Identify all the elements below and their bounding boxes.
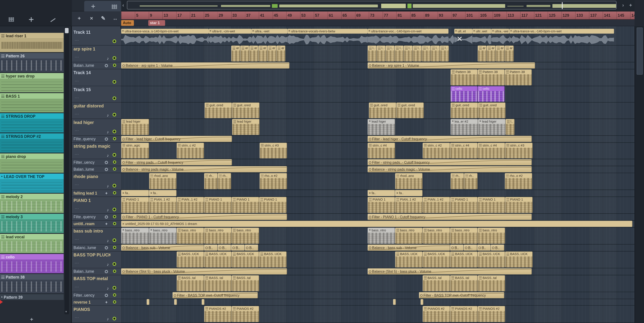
playlist-clip[interactable]: PIANO 1 [259,197,287,213]
picker-item-pattern-26[interactable]: Pattern 26 [0,53,64,59]
track-header-piano-1[interactable]: PIANO 1...♪ [72,197,121,214]
playlist-clip[interactable]: BASS..tal [422,275,450,291]
playlist-clip[interactable]: rho..o #2 [505,173,532,189]
draw-tool-icon[interactable]: ✎ [101,15,106,21]
playlist-clip[interactable]: PIANOS #2 [232,306,259,322]
playlist-clip[interactable]: PIANO 1 [450,197,478,213]
playlist-clip[interactable]: BASS..UCK [422,252,450,268]
playlist-clip[interactable]: PIANO 1 [505,197,533,213]
playlist-clip[interactable] [420,299,424,305]
playlist-clip[interactable]: BASS..UCK [505,252,533,268]
playlist-clip[interactable]: Filter - lead higer - Cutoff frequency [368,136,532,142]
playlist-clip[interactable]: ar.. [505,45,514,62]
picker-scrollbar-thumb[interactable] [65,28,69,33]
playlist-clip[interactable]: B.. [218,245,231,251]
picker-item-pattern-38[interactable]: Pattern 38 [0,274,64,280]
playlist-clip[interactable]: l..3 [440,45,449,62]
playlist-clip[interactable]: rh.. [218,173,231,189]
picker-item-melody-2[interactable]: melody 2 [0,194,64,200]
delete-tool-icon[interactable]: × [90,15,93,21]
track-header-reverse-1[interactable]: reverse 1+ [72,299,121,306]
playlist-clip[interactable]: ×lead higer [478,119,506,135]
playlist-clip[interactable]: PIANO 1 [204,197,232,213]
playlist-clip[interactable]: ar.. [487,45,496,62]
track-mute-led[interactable] [112,153,116,157]
scroll-left-icon[interactable]: ‹ [122,2,124,8]
playlist-clip[interactable]: B.. [477,245,491,251]
playlist-clip[interactable]: Balance (Slot 5) - bass pluck - Volume [121,268,287,275]
playlist-clip[interactable]: ×ultra..-wet [251,29,288,45]
slope-icon[interactable] [50,18,56,22]
playlist-clip[interactable]: l..3 [413,45,422,62]
playlist-clip[interactable]: ×lead higer [368,119,395,135]
playlist-clip[interactable]: Balance (Slot 5) - bass pluck - Volume [368,268,532,275]
track-header-guitar-distored[interactable]: guitar distored...♪ [72,102,121,119]
playlist-clip[interactable]: B.. [245,245,258,251]
playlist-clip[interactable]: PIAN..1 #2 [149,197,177,213]
add-view-icon[interactable]: + [629,2,632,8]
track-header-bass-top-metal[interactable]: BASS TOP metal...♪ [72,275,121,292]
playlist-clip[interactable]: PIANOS #2 [450,306,478,322]
track-header-rhode-piano[interactable]: rhode piano...♪ [72,173,121,190]
playlist-clip[interactable]: guit..ored [478,102,506,118]
playlist-clip[interactable]: PIANOS #2 [204,306,232,322]
track-mute-led[interactable] [113,167,116,171]
playlist-clip[interactable]: ×ultra-trance-voca..s-140-bpm-cm-wet [121,29,209,45]
sparkle-icon[interactable] [29,17,33,22]
track-mute-led[interactable] [113,64,116,67]
playlist-clip[interactable]: rh.. [204,173,218,189]
playlist-clip[interactable]: Balance - arp spire 1 - Volume [121,62,290,69]
playlist-clip[interactable]: bass..ntro [422,228,450,244]
track-mute-led[interactable] [112,317,116,321]
track-header-balanc-lume[interactable]: Balanc..lume [72,245,121,252]
playlist-clip[interactable]: guit..ored [232,102,260,118]
track-header-falling-lead-1[interactable]: falling lead 1+ [72,190,121,197]
playlist-clip[interactable]: ×bass..ntro [149,228,177,244]
playlist-clip[interactable]: Pattern 38 [505,69,532,85]
playlist-clip[interactable]: BASS..UCK [177,252,204,268]
playlist-clip[interactable]: PIAN..1 #2 [395,197,422,213]
playlist-clip[interactable]: ×ultra-trance-vo..-140-bpm-cm-wet [510,29,614,45]
playlist-clip[interactable]: BASS..tal [232,275,259,291]
playlist-clip[interactable]: bass..ntro [450,228,478,244]
track-mute-led[interactable] [113,222,116,225]
playlist-clip[interactable]: BASS..UCK [450,252,478,268]
track-mute-led[interactable] [112,96,116,100]
track-header-filter-uency[interactable]: Filter..uency [72,159,121,166]
playlist-clip[interactable]: BASS..UCK [259,252,287,268]
playlist-clip[interactable] [174,299,177,305]
track-mute-led[interactable] [112,39,116,43]
playlist-clip[interactable]: Pattern 38 [478,69,505,85]
playlist-clip[interactable]: strin..agic [121,143,149,158]
playlist-clip[interactable]: lead higer [121,119,149,135]
playlist-clip[interactable]: Balance - arp spire 1 - Volume [368,62,535,69]
playlist-clip[interactable]: strin..c #2 [422,143,450,158]
track-mute-led[interactable] [113,293,116,297]
track-mute-led[interactable] [112,238,116,242]
picker-item-hyper-sws-drop[interactable]: hyper sws drop [0,73,64,79]
playlist-clip[interactable]: l..3 [368,45,376,62]
playlist-clip[interactable]: cello [450,86,478,102]
playlist-clip[interactable]: l..3 [395,45,404,62]
scrollbar-thumb[interactable] [636,27,643,75]
picker-item-strings-drop[interactable]: STRINGS DROP [0,113,64,119]
picker-item-strings-drop-2[interactable]: STRINGS DROP #2 [0,133,64,139]
playlist-clip[interactable]: ar.. [231,45,240,62]
playlist-clip[interactable]: Filter - PIANO 1 - Cutoff frequency [121,214,287,220]
track-header-bass-top-pluck[interactable]: BASS TOP PLUCK...♪ [72,252,121,268]
playlist-clip[interactable]: Filter - BASS TOP met..Cutoff frequency [172,292,258,299]
playlist-clip[interactable]: l..3 [431,45,440,62]
playlist-clip[interactable]: ar.. [478,45,486,62]
add-pattern-button[interactable]: + [26,316,38,323]
playlist-clip[interactable]: Filter - PIANO 1 - Cutoff frequency [368,214,532,220]
playlist-clip[interactable]: BASS..UCK [232,252,259,268]
track-mute-led[interactable] [112,262,116,266]
playlist-clip[interactable]: Filter - BASS TOP met..Cutoff frequency [419,292,504,299]
playlist-clip[interactable]: ×bass..ntro [121,228,149,244]
playlist-clip[interactable]: ar.. [276,45,285,62]
picker-tab[interactable] [84,1,121,11]
playlist-clip[interactable]: bass..ntro [177,228,204,244]
picker-item-piano-drop[interactable]: piano drop [0,153,64,159]
playlist-clip[interactable]: rhod..ano [149,173,177,189]
picker-item-bass-1[interactable]: BASS 1 [0,93,64,99]
